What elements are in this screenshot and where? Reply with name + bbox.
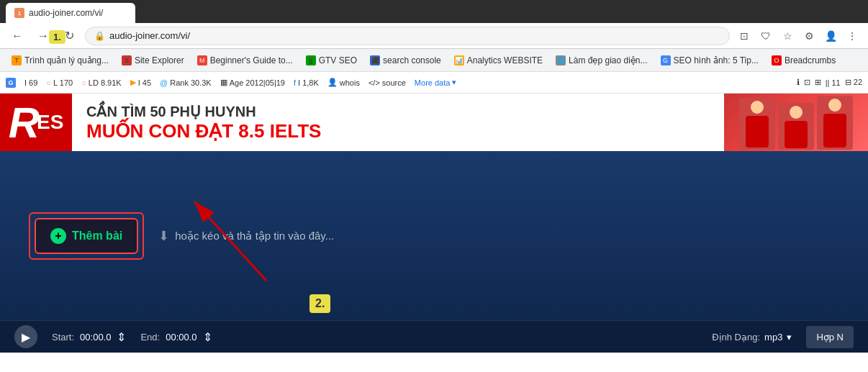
tab-bar: 1 audio-joiner.com/vi/ — [0, 0, 868, 23]
seo-fb-icon: f — [294, 78, 296, 87]
main-content: 1. + Thêm bài ⬇ hoặc kéo và thả tập tin … — [0, 151, 868, 353]
add-btn-highlight-box: + Thêm bài — [29, 212, 144, 260]
seo-item-ld: ○ LD 8.91K — [81, 78, 122, 87]
tab-favicon: 1 — [14, 8, 24, 18]
bookmark-breadcrumbs[interactable]: O Breadcrumbs — [766, 53, 841, 68]
seo-item-whois[interactable]: 👤 whois — [327, 78, 360, 87]
upload-hint-text: hoặc kéo và thả tập tin vào đây... — [175, 230, 334, 242]
seo-screenshot-icon: ⊞ — [815, 78, 821, 87]
menu-icon[interactable]: ⋮ — [844, 27, 861, 45]
bookmark-favicon-lam: 🌐 — [556, 55, 566, 65]
bookmark-favicon-search: ⬛ — [370, 55, 380, 65]
extensions-icon[interactable]: ⚙ — [800, 27, 818, 45]
seo-item-l170: ○ L 170 — [46, 78, 73, 87]
bookmark-gtv[interactable]: g GTV SEO — [300, 53, 363, 68]
seo-fb-label: I 1,8K — [298, 78, 319, 87]
seo-item-more[interactable]: More data ▾ — [415, 78, 457, 87]
start-spinner-icon[interactable]: ⇕ — [117, 330, 126, 344]
format-dropdown-icon[interactable]: ▾ — [787, 332, 792, 342]
back-button[interactable]: ← — [7, 26, 27, 46]
end-value[interactable]: 00:00.0 — [166, 332, 196, 342]
upload-hint: ⬇ hoặc kéo và thả tập tin vào đây... — [158, 228, 334, 244]
toolbar-icons: ⊡ 🛡 ☆ ⚙ 👤 ⋮ — [736, 27, 861, 45]
format-control: Định Dạng: mp3 ▾ — [712, 332, 792, 342]
seo-count-11: || 11 — [826, 78, 841, 87]
bookmark-label-search: search console — [383, 55, 441, 65]
seo-g-icon: G — [6, 78, 16, 88]
add-button-label: Thêm bài — [72, 230, 122, 242]
add-button[interactable]: + Thêm bài — [35, 218, 138, 254]
seo-share-icon: ⊡ — [804, 78, 810, 87]
start-value[interactable]: 00:00.0 — [80, 332, 111, 342]
bookmarks-bar: T Trình quản lý quảng... S Site Explorer… — [0, 49, 868, 72]
seo-item-site: G — [6, 78, 16, 88]
banner-text-area: CẦN TÌM 50 PHỤ HUYNH MUỐN CON ĐẠT 8.5 IE… — [72, 96, 724, 150]
play-button[interactable]: ▶ — [14, 325, 37, 348]
address-bar: ← → ↻ 🔒 audio-joiner.com/vi/ ⊡ 🛡 ☆ ⚙ 👤 ⋮ — [0, 23, 868, 49]
bookmark-site[interactable]: S Site Explorer — [116, 53, 190, 68]
bookmark-label-analytics: Analytics WEBSITE — [467, 55, 543, 65]
banner-logo: R ES — [0, 94, 72, 151]
seo-item-icons: ℹ ⊡ ⊞ || 11 ⊟ 22 — [797, 78, 862, 87]
bookmark-favicon-site: S — [122, 55, 132, 65]
bookmark-analytics[interactable]: 📊 Analytics WEBSITE — [448, 53, 548, 68]
banner-image — [724, 94, 868, 151]
seo-rank-label: Rank 30.3K — [170, 78, 211, 87]
bookmark-favicon-bread: O — [772, 55, 782, 65]
upload-icon: ⬇ — [158, 228, 169, 244]
seo-more-label: More data — [415, 78, 451, 87]
bookmark-beginner[interactable]: M Beginner's Guide to... — [191, 53, 299, 68]
bookmark-seo[interactable]: G SEO hình ảnh: 5 Tip... — [655, 53, 764, 68]
shield-icon[interactable]: 🛡 — [757, 27, 774, 45]
seo-chevron-icon: ▾ — [452, 78, 456, 87]
seo-count-22: ⊟ 22 — [845, 78, 862, 87]
bookmark-trinh[interactable]: T Trình quản lý quảng... — [6, 53, 114, 68]
profile-icon[interactable]: 👤 — [822, 27, 839, 45]
seo-at-icon: @ — [160, 78, 168, 87]
seo-circle2-icon: ○ — [81, 78, 86, 87]
seo-item-source[interactable]: </> source — [369, 78, 406, 87]
seo-item-age: ▦ Age 2012|05|19 — [220, 78, 285, 87]
cast-icon[interactable]: ⊡ — [736, 27, 753, 45]
bookmark-label-lam: Làm đẹp giao diện... — [569, 55, 647, 65]
active-tab[interactable]: 1 audio-joiner.com/vi/ — [6, 3, 135, 23]
tab-title-label: audio-joiner.com/vi/ — [29, 8, 103, 18]
end-label: End: — [140, 332, 160, 342]
merge-button[interactable]: Hợp N — [806, 326, 854, 348]
start-control: Start: 00:00.0 ⇕ — [52, 330, 126, 344]
upload-area: + Thêm bài ⬇ hoặc kéo và thả tập tin vào… — [0, 151, 868, 320]
star-icon[interactable]: ☆ — [779, 27, 796, 45]
banner-logo-r: R — [9, 98, 40, 148]
seo-item-fb: f I 1,8K — [294, 78, 319, 87]
bookmark-favicon-analytics: 📊 — [454, 55, 464, 65]
end-spinner-icon[interactable]: ⇕ — [203, 330, 212, 344]
url-bar[interactable]: 🔒 audio-joiner.com/vi/ — [85, 27, 730, 45]
seo-i69-label: I 69 — [24, 78, 37, 87]
browser-chrome: 1 audio-joiner.com/vi/ ← → ↻ 🔒 audio-joi… — [0, 0, 868, 94]
seo-age-label: Age 2012|05|19 — [230, 78, 285, 87]
bookmark-favicon-beginner: M — [197, 55, 207, 65]
merge-button-label: Hợp N — [816, 332, 844, 342]
banner-people — [739, 96, 853, 150]
bookmark-label-beginner: Beginner's Guide to... — [210, 55, 293, 65]
step1-badge: 1. — [49, 30, 65, 44]
step2-badge: 2. — [309, 294, 330, 313]
seo-person-icon: 👤 — [327, 78, 338, 87]
person2 — [778, 103, 814, 150]
bookmark-favicon-seo: G — [661, 55, 671, 65]
seo-ld-label: LD 8.91K — [89, 78, 122, 87]
seo-bar: G I 69 ○ L 170 ○ LD 8.91K ▶ I 45 @ Rank … — [0, 72, 868, 94]
bottom-bar: ▶ Start: 00:00.0 ⇕ End: 00:00.0 ⇕ Định D… — [0, 320, 868, 353]
bookmark-search-console[interactable]: ⬛ search console — [364, 53, 447, 68]
bookmark-favicon-gtv: g — [306, 55, 316, 65]
banner-logo-es: ES — [37, 111, 63, 134]
bookmark-lam[interactable]: 🌐 Làm đẹp giao diện... — [550, 53, 653, 68]
seo-item-i69: I 69 — [24, 78, 37, 87]
banner-area: R ES CẦN TÌM 50 PHỤ HUYNH MUỐN CON ĐẠT 8… — [0, 94, 868, 151]
format-value: mp3 — [764, 332, 782, 342]
bookmark-label-trinh: Trình quản lý quảng... — [24, 55, 109, 65]
bookmark-label-bread: Breadcrumbs — [785, 55, 836, 65]
seo-i45-label: I 45 — [138, 78, 151, 87]
seo-item-i45: ▶ I 45 — [130, 78, 151, 87]
end-control: End: 00:00.0 ⇕ — [140, 330, 212, 344]
